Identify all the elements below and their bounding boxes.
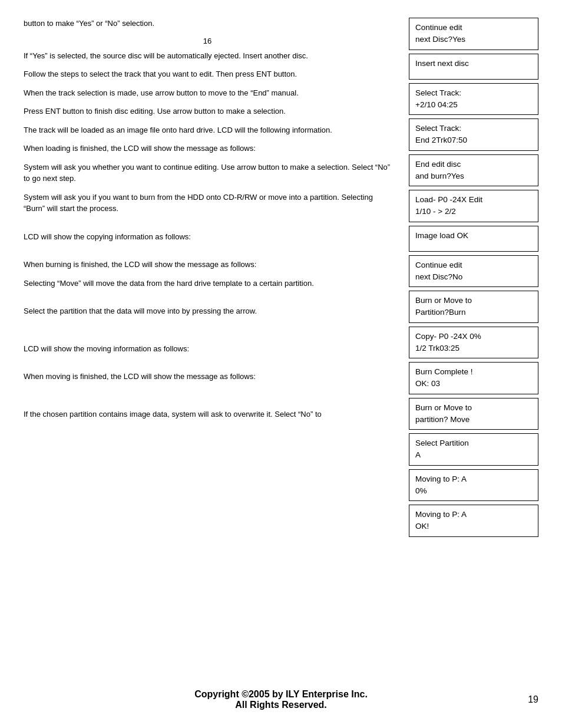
- lcd-box-6: Load- P0 -24X Edit 1/10 - > 2/2: [409, 190, 538, 222]
- content-area: button to make “Yes” or “No” selection. …: [24, 18, 538, 671]
- page-number-16: 16: [24, 37, 391, 45]
- footer-copyright: Copyright ©2005 by ILY Enterprise Inc. A…: [194, 689, 368, 710]
- lcd-box-8: Continue edit next Disc?No: [409, 255, 538, 288]
- text-block-16: When moving is finished, the LCD will sh…: [24, 371, 391, 383]
- lcd-box-9: Burn or Move to Partition?Burn: [409, 291, 538, 323]
- text-block-17: If the chosen partition contains image d…: [24, 409, 391, 420]
- text-block-13: Selecting “Move” will move the data from…: [24, 278, 391, 289]
- lcd-box-14: Moving to P: A 0%: [409, 469, 538, 502]
- left-column: button to make “Yes” or “No” selection. …: [24, 18, 409, 671]
- text-block-8: When loading is finished, the LCD will s…: [24, 143, 391, 154]
- text-block-10: System will ask you if you want to burn …: [24, 192, 391, 215]
- text-block-6: Press ENT button to finish disc editing.…: [24, 106, 391, 117]
- lcd-box-11: Burn Complete ! OK: 03: [409, 362, 538, 394]
- text-block-14: Select the partition that the data will …: [24, 305, 391, 317]
- text-block-4: Follow the steps to select the track tha…: [24, 68, 391, 80]
- lcd-box-7: Image load OK: [409, 226, 538, 252]
- text-block-12: When burning is finished, the LCD will s…: [24, 259, 391, 271]
- lcd-box-10: Copy- P0 -24X 0% 1/2 Trk03:25: [409, 327, 538, 359]
- right-column: Continue edit next Disc?Yes Insert next …: [409, 18, 538, 671]
- lcd-box-3: Select Track: +2/10 04:25: [409, 83, 538, 116]
- text-block-9: System will ask you whether you want to …: [24, 162, 391, 185]
- text-block-5: When the track selection is made, use ar…: [24, 87, 391, 99]
- lcd-box-12: Burn or Move to partition? Move: [409, 398, 538, 430]
- text-block-15: LCD will show the moving information as …: [24, 343, 391, 355]
- footer-page-number: 19: [528, 694, 538, 705]
- text-block-1: button to make “Yes” or “No” selection.: [24, 18, 391, 29]
- lcd-box-1: Continue edit next Disc?Yes: [409, 18, 538, 50]
- footer: Copyright ©2005 by ILY Enterprise Inc. A…: [24, 683, 538, 710]
- lcd-box-15: Moving to P: A OK!: [409, 505, 538, 537]
- lcd-box-4: Select Track: End 2Trk07:50: [409, 118, 538, 151]
- text-block-11: LCD will show the copying information as…: [24, 231, 391, 243]
- text-block-7: The track will be loaded as an image fil…: [24, 124, 391, 136]
- text-block-3: If “Yes” is selected, the source disc wi…: [24, 50, 391, 62]
- lcd-box-2: Insert next disc: [409, 54, 538, 80]
- page-container: button to make “Yes” or “No” selection. …: [0, 0, 562, 728]
- lcd-box-13: Select Partition A: [409, 433, 538, 466]
- lcd-box-5: End edit disc and burn?Yes: [409, 154, 538, 187]
